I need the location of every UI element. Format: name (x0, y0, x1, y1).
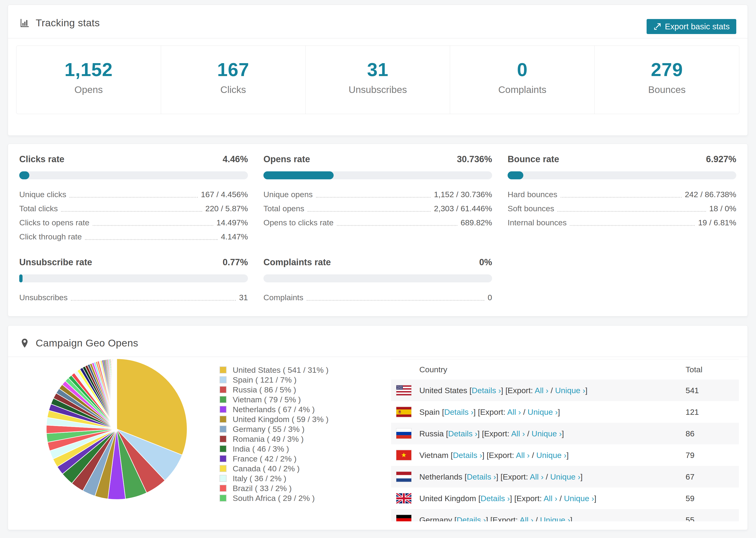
country-total: 121 (685, 407, 699, 417)
geo-opens-card: Campaign Geo Opens United States ( 541 /… (8, 325, 748, 530)
export-unique-link[interactable]: Unique › (564, 494, 594, 503)
column-header-total: Total (685, 365, 702, 374)
legend-label: Spain ( 121 / 7% ) (233, 375, 297, 385)
rate-block-clicks: Clicks rate 4.46% Unique clicks 167 / 4.… (19, 154, 248, 243)
page-title: Tracking stats (36, 17, 100, 28)
country-name: Netherlands (419, 472, 462, 481)
legend-label: Vietnam ( 79 / 5% ) (233, 395, 301, 404)
stat-value: 0 (450, 59, 594, 81)
column-header-country: Country (419, 365, 447, 374)
rate-block-complaints: Complaints rate 0% Complaints 0 (263, 257, 492, 304)
export-all-link[interactable]: All › (530, 472, 544, 481)
progress-bar-fill (19, 274, 23, 282)
legend-swatch (220, 485, 227, 492)
geo-card-header: Campaign Geo Opens (8, 326, 747, 357)
stat-label: Opens (17, 84, 161, 95)
stats-row: 1,152 Opens 167 Clicks 31 Unsubscribes 0… (16, 45, 739, 114)
flag-icon-es (396, 407, 411, 417)
country-total: 79 (685, 451, 694, 460)
rate-detail-row: Complaints 0 (263, 290, 492, 304)
details-link[interactable]: Details › (467, 472, 496, 481)
rate-title: Complaints rate (263, 257, 331, 267)
dotted-leader (337, 225, 458, 226)
stat-value: 167 (161, 59, 305, 81)
rate-block-opens: Opens rate 30.736% Unique opens 1,152 / … (263, 154, 492, 243)
stat-box-clicks: 167 Clicks (161, 46, 306, 114)
flag-icon-de (396, 515, 411, 521)
details-link[interactable]: Details › (453, 451, 482, 459)
export-unique-link[interactable]: Unique › (536, 451, 567, 459)
legend-swatch (220, 475, 227, 482)
details-link[interactable]: Details › (444, 407, 473, 416)
details-link[interactable]: Details › (448, 429, 477, 438)
rate-detail-row: Unsubscribes 31 (19, 290, 248, 304)
geo-table-row-gb: United Kingdom [Details ›] [Export: All … (391, 488, 739, 509)
geo-table-row-us: United States [Details ›] [Export: All ›… (391, 380, 739, 401)
country-total: 55 (685, 515, 694, 521)
dotted-leader (61, 211, 202, 212)
export-unique-link[interactable]: Unique › (531, 429, 562, 438)
details-link[interactable]: Details › (472, 386, 501, 395)
geo-table-row-es: Spain [Details ›] [Export: All › / Uniqu… (391, 401, 739, 423)
legend-label: France ( 42 / 2% ) (233, 454, 297, 463)
export-unique-link[interactable]: Unique › (555, 386, 585, 395)
legend-swatch (220, 366, 227, 373)
dotted-leader (557, 211, 706, 212)
geo-table-row-vn: Vietnam [Details ›] [Export: All › / Uni… (391, 444, 739, 466)
rate-detail-row: Hard bounces 242 / 86.738% (508, 187, 736, 201)
rate-detail-row: Click through rate 4.147% (19, 230, 248, 243)
details-link[interactable]: Details › (481, 494, 510, 503)
details-link[interactable]: Details › (457, 515, 486, 521)
export-all-link[interactable]: All › (516, 451, 530, 459)
dotted-leader (71, 300, 236, 301)
rate-title: Unsubscribe rate (19, 257, 92, 267)
legend-swatch (220, 376, 227, 383)
rate-value: 0.77% (223, 257, 248, 267)
stat-box-opens: 1,152 Opens (17, 46, 161, 114)
export-all-link[interactable]: All › (535, 386, 549, 395)
export-unique-link[interactable]: Unique › (550, 472, 580, 481)
geo-table-header: Country Total (391, 359, 739, 380)
progress-bar-fill (263, 171, 334, 179)
legend-label: Russia ( 86 / 5% ) (233, 385, 296, 394)
geo-table: Country Total United States [Details ›] … (391, 359, 739, 521)
rate-detail-row: Opens to clicks rate 689.82% (263, 215, 492, 230)
rate-block-bounce: Bounce rate 6.927% Hard bounces 242 / 86… (508, 154, 736, 243)
geo-body: United States ( 541 / 31% ) Spain ( 121 … (8, 357, 747, 527)
country-name: Germany (419, 515, 452, 521)
stat-value: 1,152 (17, 59, 161, 81)
legend-label: Brazil ( 33 / 2% ) (233, 484, 292, 493)
flag-icon-us (396, 385, 411, 396)
legend-swatch (220, 435, 227, 443)
export-basic-stats-button[interactable]: Export basic stats (647, 19, 736, 34)
legend-swatch (220, 396, 227, 403)
rate-title: Bounce rate (508, 154, 559, 164)
export-all-link[interactable]: All › (519, 515, 533, 521)
rate-value: 6.927% (706, 154, 736, 164)
export-all-link[interactable]: All › (544, 494, 557, 503)
export-all-link[interactable]: All › (507, 407, 521, 416)
dotted-leader (307, 211, 431, 212)
legend-item: Vietnam ( 79 / 5% ) (220, 395, 328, 404)
export-unique-link[interactable]: Unique › (540, 515, 570, 521)
dotted-leader (70, 197, 197, 198)
dotted-leader (570, 225, 695, 226)
geo-pie-chart (44, 356, 189, 502)
dotted-leader (85, 239, 217, 240)
rate-detail-row: Total opens 2,303 / 61.446% (263, 201, 492, 215)
legend-label: Netherlands ( 67 / 4% ) (233, 405, 315, 414)
stat-label: Clicks (161, 84, 305, 95)
export-all-link[interactable]: All › (511, 429, 525, 438)
legend-item: United Kingdom ( 59 / 3% ) (220, 414, 328, 424)
export-unique-link[interactable]: Unique › (527, 407, 558, 416)
rate-title: Opens rate (263, 154, 310, 164)
stat-value: 279 (595, 59, 739, 81)
rate-detail-row: Total clicks 220 / 5.87% (19, 201, 248, 215)
legend-label: Germany ( 55 / 3% ) (233, 425, 304, 434)
legend-swatch (220, 426, 227, 433)
legend-swatch (220, 455, 227, 462)
flag-icon-vn (396, 450, 411, 460)
pie-legend: United States ( 541 / 31% ) Spain ( 121 … (220, 365, 328, 503)
export-icon (653, 22, 662, 31)
dotted-leader (316, 197, 431, 198)
